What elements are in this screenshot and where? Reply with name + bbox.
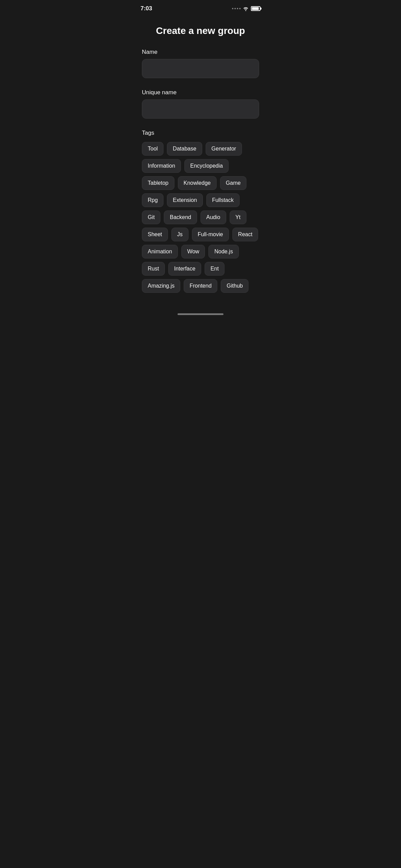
tag-chip[interactable]: Interface: [168, 262, 201, 276]
tag-chip[interactable]: React: [232, 228, 258, 241]
tags-label: Tags: [142, 130, 259, 136]
tag-chip[interactable]: Tabletop: [142, 176, 174, 190]
tag-chip[interactable]: Backend: [164, 210, 197, 224]
signal-icon: [232, 8, 241, 9]
tag-chip[interactable]: Ent: [205, 262, 224, 276]
svg-point-0: [245, 10, 246, 11]
tag-chip[interactable]: Github: [221, 279, 248, 293]
name-section: Name: [142, 49, 259, 78]
tag-chip[interactable]: Extension: [167, 193, 203, 207]
unique-name-label: Unique name: [142, 89, 259, 96]
tag-chip[interactable]: Frontend: [184, 279, 217, 293]
tag-chip[interactable]: Rust: [142, 262, 165, 276]
tag-chip[interactable]: Audio: [200, 210, 226, 224]
tag-chip[interactable]: Database: [167, 142, 202, 156]
tag-chip[interactable]: Knowledge: [178, 176, 217, 190]
home-indicator: [178, 313, 223, 315]
status-icons: [232, 6, 260, 11]
unique-name-section: Unique name: [142, 89, 259, 119]
tags-container: ToolDatabaseGeneratorInformationEncyclop…: [142, 142, 259, 293]
tag-chip[interactable]: Fullstack: [206, 193, 240, 207]
tag-chip[interactable]: Sheet: [142, 228, 168, 241]
tag-chip[interactable]: Generator: [206, 142, 242, 156]
tag-chip[interactable]: Encyclopedia: [184, 159, 229, 173]
tag-chip[interactable]: Amazing.js: [142, 279, 180, 293]
tag-chip[interactable]: Full-movie: [192, 228, 229, 241]
page-content: Create a new group Name Unique name Tags…: [134, 15, 267, 306]
unique-name-input[interactable]: [142, 99, 259, 119]
tags-section: Tags ToolDatabaseGeneratorInformationEnc…: [142, 130, 259, 293]
tag-chip[interactable]: Node.js: [208, 245, 239, 258]
tag-chip[interactable]: Yt: [230, 210, 246, 224]
tag-chip[interactable]: Git: [142, 210, 160, 224]
status-bar: 7:03: [134, 0, 267, 15]
tag-chip[interactable]: Tool: [142, 142, 163, 156]
tag-chip[interactable]: Wow: [181, 245, 205, 258]
wifi-icon: [243, 6, 249, 11]
battery-icon: [251, 6, 260, 11]
name-input[interactable]: [142, 59, 259, 78]
status-time: 7:03: [141, 5, 152, 12]
tag-chip[interactable]: Information: [142, 159, 181, 173]
name-label: Name: [142, 49, 259, 56]
page-title: Create a new group: [142, 25, 259, 36]
tag-chip[interactable]: Js: [171, 228, 189, 241]
tag-chip[interactable]: Rpg: [142, 193, 163, 207]
tag-chip[interactable]: Game: [220, 176, 247, 190]
tag-chip[interactable]: Animation: [142, 245, 178, 258]
